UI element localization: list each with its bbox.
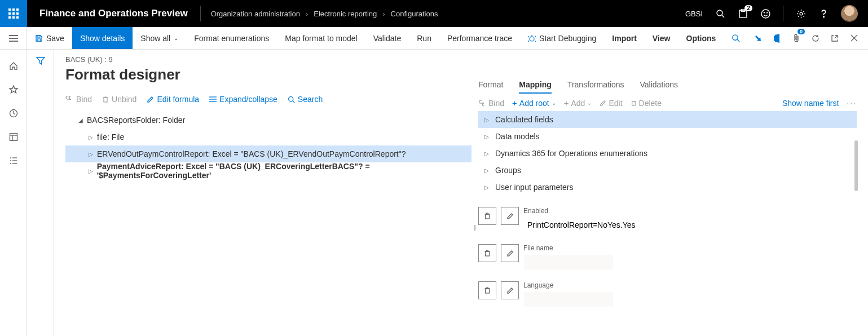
format-enumerations-button[interactable]: Format enumerations — [186, 27, 277, 49]
edit-property-button[interactable] — [501, 244, 519, 262]
tree-node-root[interactable]: ◢BACSReportsFolder: Folder — [65, 112, 472, 129]
bind-button[interactable]: Bind — [65, 95, 92, 104]
performance-trace-button[interactable]: Performance trace — [439, 27, 520, 49]
tab-validations[interactable]: Validations — [640, 77, 678, 94]
smiley-icon[interactable] — [760, 8, 770, 19]
delete-button[interactable]: Delete — [631, 99, 662, 108]
breadcrumb: Organization administration › Electronic… — [211, 10, 438, 18]
svg-line-16 — [528, 36, 529, 37]
tab-transformations[interactable]: Transformations — [567, 77, 624, 94]
breadcrumb-item[interactable]: Electronic reporting — [314, 10, 377, 18]
datasource-row-selected[interactable]: ▷Calculated fields — [478, 111, 857, 128]
attachments-icon[interactable]: 0 — [791, 33, 801, 43]
save-button[interactable]: Save — [27, 27, 72, 49]
breadcrumb-item[interactable]: Configurations — [391, 10, 438, 18]
svg-point-0 — [717, 10, 722, 16]
task-recorder-icon[interactable]: 2 — [738, 8, 748, 19]
validate-button[interactable]: Validate — [365, 27, 409, 49]
show-name-first-button[interactable]: Show name first — [782, 99, 839, 108]
show-details-button[interactable]: Show details — [72, 27, 133, 49]
search-icon[interactable] — [715, 8, 725, 19]
language-input[interactable] — [523, 291, 614, 307]
enabled-input[interactable] — [523, 217, 839, 233]
svg-line-19 — [535, 41, 536, 42]
svg-line-43 — [293, 100, 294, 102]
office-icon[interactable] — [772, 33, 782, 43]
filter-icon[interactable] — [36, 56, 45, 336]
svg-rect-13 — [37, 39, 41, 41]
svg-point-4 — [761, 10, 770, 18]
expand-icon: ▷ — [484, 151, 490, 157]
tree-node-selected[interactable]: ▷ERVendOutPaymControlReport: Excel = "BA… — [65, 145, 472, 162]
start-debugging-button[interactable]: Start Debugging — [520, 27, 604, 49]
expand-collapse-button[interactable]: Expand/collapse — [209, 95, 277, 104]
unbind-button[interactable]: Unbind — [102, 95, 136, 104]
property-enabled: Enabled — [478, 207, 857, 233]
delete-property-button[interactable] — [478, 207, 496, 225]
modules-icon[interactable] — [8, 156, 19, 166]
command-bar: Save Show details Show all⌄ Format enume… — [0, 27, 868, 50]
svg-line-1 — [722, 15, 724, 17]
datasource-row[interactable]: ▷Dynamics 365 for Operations enumeration… — [478, 145, 857, 162]
map-format-button[interactable]: Map format to model — [277, 27, 365, 49]
delete-property-button[interactable] — [478, 281, 496, 299]
datasource-row[interactable]: ▷User input parameters — [478, 179, 857, 196]
star-icon[interactable] — [8, 85, 19, 95]
view-button[interactable]: View — [645, 27, 678, 49]
tree-node[interactable]: ▷file: File — [65, 129, 472, 145]
link-icon[interactable] — [753, 33, 763, 43]
edit-property-button[interactable] — [501, 207, 519, 225]
right-tabs: Format Mapping Transformations Validatio… — [478, 77, 857, 94]
more-icon: ··· — [847, 99, 857, 108]
chevron-right-icon: › — [306, 10, 308, 18]
workspaces-icon[interactable] — [8, 132, 19, 142]
chevron-right-icon: › — [382, 10, 385, 18]
tab-format[interactable]: Format — [478, 77, 503, 94]
svg-rect-47 — [486, 214, 490, 219]
right-pane: || Format Mapping Transformations Valida… — [478, 55, 857, 330]
refresh-icon[interactable] — [810, 33, 821, 43]
chevron-down-icon: ⌄ — [174, 35, 178, 41]
add-root-button[interactable]: +Add root⌄ — [512, 98, 556, 108]
svg-rect-26 — [10, 134, 17, 141]
home-icon[interactable] — [8, 61, 19, 71]
edit-button[interactable]: Edit — [600, 99, 622, 108]
svg-rect-57 — [486, 289, 490, 293]
close-icon[interactable] — [849, 33, 859, 43]
show-all-button[interactable]: Show all⌄ — [133, 27, 186, 49]
mapping-toolbar: Bind +Add root⌄ +Add⌄ Edit Delete Show n… — [478, 98, 857, 108]
delete-property-button[interactable] — [478, 244, 496, 262]
filter-column — [27, 50, 54, 336]
company-label[interactable]: GBSI — [685, 10, 703, 18]
side-rail — [0, 50, 27, 336]
recent-icon[interactable] — [8, 108, 19, 118]
config-breadcrumb: BACS (UK) : 9 — [65, 55, 472, 64]
filename-label: File name — [523, 244, 857, 252]
gear-icon[interactable] — [796, 8, 806, 19]
edit-formula-button[interactable]: Edit formula — [147, 95, 199, 104]
popout-icon[interactable] — [830, 33, 840, 43]
datasource-row[interactable]: ▷Data models — [478, 128, 857, 145]
run-button[interactable]: Run — [409, 27, 439, 49]
tab-mapping[interactable]: Mapping — [519, 77, 552, 94]
breadcrumb-item[interactable]: Organization administration — [211, 10, 300, 18]
more-button[interactable]: ··· — [847, 99, 857, 108]
bind-button[interactable]: Bind — [478, 99, 504, 108]
filename-input[interactable] — [523, 254, 614, 270]
avatar[interactable] — [841, 5, 858, 22]
help-icon[interactable] — [818, 8, 829, 19]
search-command-button[interactable] — [724, 27, 748, 49]
import-button[interactable]: Import — [604, 27, 645, 49]
datasource-row[interactable]: ▷Groups — [478, 162, 857, 179]
tree-node[interactable]: ▷PaymentAdviceReport: Excel = "BACS (UK)… — [65, 162, 472, 179]
options-button[interactable]: Options — [678, 27, 724, 49]
svg-rect-36 — [104, 98, 107, 102]
scrollbar[interactable] — [854, 140, 858, 191]
splitter-handle[interactable]: || — [474, 224, 475, 231]
add-button[interactable]: +Add⌄ — [564, 98, 592, 108]
edit-property-button[interactable] — [501, 281, 519, 299]
expand-icon: ▷ — [88, 134, 94, 140]
app-launcher-button[interactable] — [0, 0, 27, 27]
search-tree-button[interactable]: Search — [288, 95, 323, 104]
nav-toggle-button[interactable] — [0, 27, 27, 49]
